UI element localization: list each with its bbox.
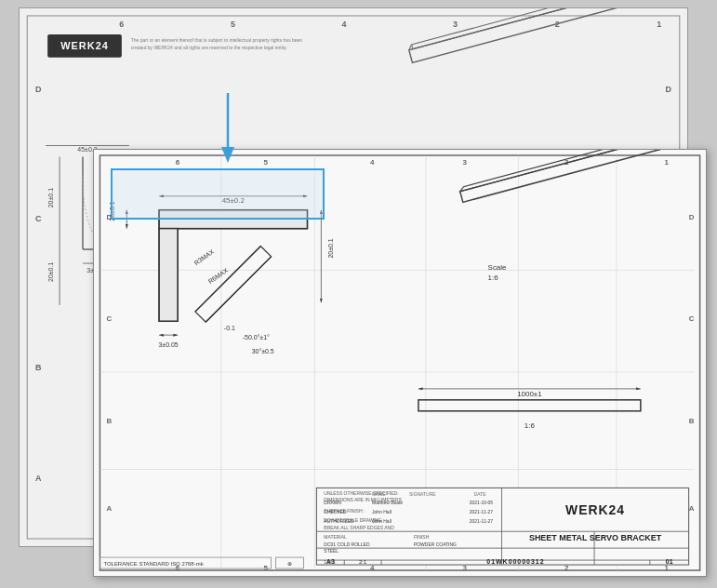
svg-text:B: B [106,417,112,425]
svg-text:20±0.1: 20±0.1 [327,238,334,258]
svg-text:⊕: ⊕ [287,561,292,567]
svg-text:CHECKED: CHECKED [324,510,347,514]
svg-text:2021-11-27: 2021-11-27 [470,519,494,524]
svg-text:2021-10-05: 2021-10-05 [470,501,494,505]
svg-text:TOLERANCE STANDARD  ISO 2768-m: TOLERANCE STANDARD ISO 2768-mk [103,561,203,567]
svg-text:20±0.1: 20±0.1 [47,262,54,282]
svg-line-81 [206,257,271,322]
svg-text:AUTHORIZED: AUTHORIZED [324,519,354,524]
svg-text:SHEET METAL SERVO BRACKET: SHEET METAL SERVO BRACKET [529,533,662,542]
svg-text:5: 5 [231,20,235,29]
svg-text:R6MAX: R6MAX [206,267,229,286]
svg-text:UNLESS OTHERWISE SPECIFIED:: UNLESS OTHERWISE SPECIFIED: [324,491,398,496]
svg-rect-96 [418,400,641,411]
svg-text:3±0.05: 3±0.05 [158,341,178,348]
svg-text:1000±1: 1000±1 [517,390,542,398]
blue-arrow [214,93,242,163]
svg-text:created by WERK24 and all righ: created by WERK24 and all rights are res… [131,45,287,50]
svg-text:SIGNATURE: SIGNATURE [409,492,436,497]
svg-text:01WK00000312: 01WK00000312 [486,558,544,565]
svg-text:01: 01 [666,558,673,565]
svg-text:3: 3 [453,20,458,29]
svg-text:D: D [35,85,42,94]
svg-text:WERK24: WERK24 [60,40,109,51]
svg-text:C: C [35,214,42,223]
svg-text:4: 4 [342,20,347,29]
svg-text:POWDER COATING: POWDER COATING [414,542,457,547]
svg-text:Matthew Beale: Matthew Beale [372,501,403,505]
svg-text:NAME: NAME [372,492,386,497]
svg-text:D: D [666,85,672,94]
svg-text:WERK24: WERK24 [565,502,625,517]
svg-text:1:6: 1:6 [524,421,536,430]
svg-text:R3MAX: R3MAX [193,248,216,267]
svg-text:C: C [689,314,695,323]
svg-text:5: 5 [263,564,268,572]
svg-text:A: A [35,474,42,483]
svg-text:B: B [35,363,42,372]
svg-rect-93 [460,150,660,202]
svg-text:STEEL: STEEL [324,549,339,554]
svg-text:6: 6 [176,158,180,167]
svg-text:2021-11-27: 2021-11-27 [470,510,494,514]
foreground-drawing: 6 5 4 3 2 1 6 5 4 3 2 1 D C B A D C B A [93,149,707,577]
view-highlight-box [111,168,325,220]
svg-text:John Hall: John Hall [372,510,392,514]
svg-marker-41 [221,147,234,163]
svg-text:30°±0.5: 30°±0.5 [252,348,274,354]
svg-text:A: A [689,504,695,513]
svg-text:D: D [689,213,695,221]
svg-text:The part or an element thereof: The part or an element thereof that is s… [131,37,302,43]
svg-text:4: 4 [370,158,375,167]
svg-text:B: B [689,417,695,425]
svg-text:-50.0°±1°: -50.0°±1° [243,334,270,341]
svg-text:BREAK ALL SHARP EDGES AND: BREAK ALL SHARP EDGES AND [324,526,394,530]
svg-text:MATERIAL: MATERIAL [324,535,347,540]
svg-text:1 of 1: 1 of 1 [324,560,336,565]
svg-text:C: C [106,314,112,323]
svg-text:3: 3 [462,158,467,167]
svg-text:5: 5 [263,158,268,167]
svg-rect-76 [159,229,178,322]
svg-text:DRAWN: DRAWN [324,501,341,505]
svg-text:20±0.1: 20±0.1 [47,188,54,207]
svg-text:FINISH: FINISH [414,535,430,540]
svg-text:DATE: DATE [474,492,487,497]
svg-rect-26 [412,8,645,49]
svg-text:-0.1: -0.1 [224,325,235,331]
svg-text:2:1: 2:1 [359,559,367,565]
svg-text:6: 6 [119,20,124,29]
svg-text:A: A [106,504,112,513]
svg-text:1:6: 1:6 [488,274,499,282]
svg-text:John Hall: John Hall [372,519,392,524]
svg-text:Scale: Scale [488,263,507,272]
svg-text:1: 1 [657,20,661,29]
svg-text:1: 1 [665,158,670,167]
svg-text:DC01 COLD ROLLED: DC01 COLD ROLLED [324,542,370,547]
